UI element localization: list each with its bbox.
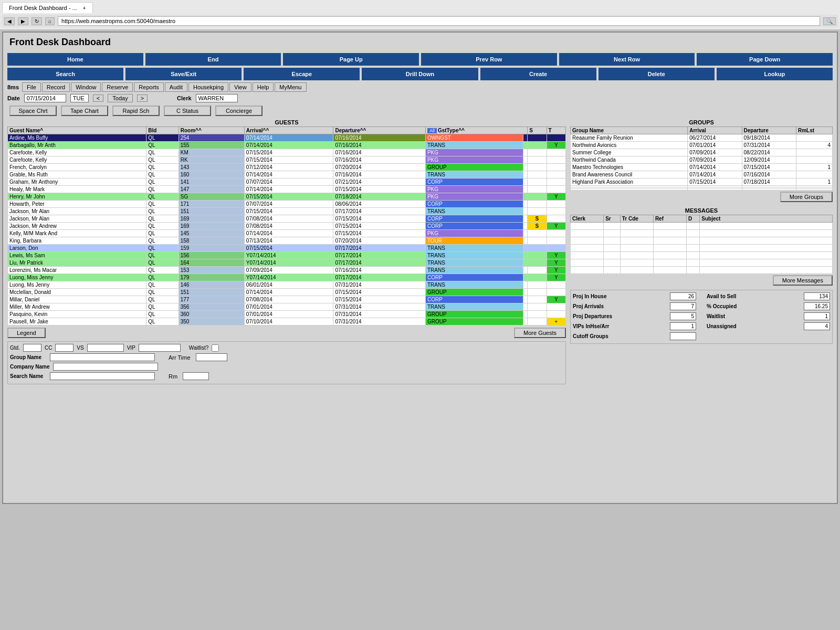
more-guests-button[interactable]: More Guests (514, 328, 566, 338)
table-row[interactable]: Jackson, Mr Alan QL 151 07/15/2014 07/17… (8, 208, 566, 215)
table-row[interactable]: Kelly, M/M Mark And QL 145 07/14/2014 07… (8, 230, 566, 237)
table-row[interactable]: Grable, Ms Ruth QL 160 07/14/2014 07/16/… (8, 171, 566, 178)
refresh-btn[interactable]: ↻ (32, 17, 42, 25)
table-row[interactable] (571, 259, 833, 267)
browser-tab[interactable]: Front Desk Dashboard - ... + (2, 2, 93, 13)
search-browser-btn[interactable]: 🔍 (823, 17, 836, 25)
table-row[interactable]: Graham, Mr Anthony QL 141 07/07/2014 07/… (8, 178, 566, 186)
company-name-input[interactable] (53, 363, 158, 371)
table-row[interactable]: King, Barbara QL 158 07/13/2014 07/20/20… (8, 237, 566, 245)
today-button[interactable]: Today (108, 94, 132, 102)
table-row[interactable]: Henry, Mr John QL SG 07/15/2014 07/18/20… (8, 193, 566, 201)
delete-button[interactable]: Delete (598, 68, 715, 80)
drill-down-button[interactable]: Drill Down (362, 68, 478, 80)
forward-btn[interactable]: ▶ (18, 17, 28, 25)
cc-input[interactable] (55, 344, 74, 352)
col-gsttype-header: All GstType^^ (425, 127, 527, 134)
all-button[interactable]: All (427, 128, 437, 133)
table-row[interactable]: Healy, Mr Mark QL 147 07/14/2014 07/15/2… (8, 186, 566, 193)
concierge-button[interactable]: Concierge (215, 106, 262, 116)
tape-chart-button[interactable]: Tape Chart (61, 106, 108, 116)
table-row[interactable]: Pasquino, Kevin QL 360 07/01/2014 07/31/… (8, 311, 566, 318)
table-row[interactable]: French, Carolyn QL 143 07/12/2014 07/20/… (8, 164, 566, 171)
table-row[interactable] (571, 189, 833, 191)
search-name-input[interactable] (50, 372, 155, 380)
prev-row-button[interactable]: Prev Row (421, 53, 557, 66)
menu-mymenu[interactable]: MyMenu (275, 82, 306, 92)
save-exit-button[interactable]: Save/Exit (125, 68, 242, 80)
table-row[interactable]: Lorenzini, Ms Macar QL 153 07/09/2014 07… (8, 267, 566, 274)
table-row[interactable]: Summer College 07/09/2014 08/22/2014 (571, 149, 833, 156)
table-row[interactable]: Northwind Avionics 07/01/2014 07/31/2014… (571, 142, 833, 149)
waitlist-checkbox[interactable] (212, 344, 219, 352)
table-row[interactable]: Luong, Miss Jenny QL 179 Y07/14/2014 07/… (8, 274, 566, 281)
cell-arrival: Y07/14/2014 (244, 259, 333, 267)
menu-reserve[interactable]: Reserve (102, 82, 133, 92)
group-name-input[interactable] (50, 353, 155, 361)
menu-housekping[interactable]: Housekping (188, 82, 228, 92)
legend-button[interactable]: Legend (7, 328, 46, 338)
escape-button[interactable]: Escape (244, 68, 360, 80)
table-row[interactable]: Lewis, Ms Sam QL 156 Y07/14/2014 07/17/2… (8, 252, 566, 259)
menu-help[interactable]: Help (253, 82, 274, 92)
back-btn[interactable]: ◀ (4, 17, 15, 25)
table-row[interactable]: Howarth, Peter QL 171 07/07/2014 08/06/2… (8, 201, 566, 208)
more-messages-button[interactable]: More Messages (773, 275, 833, 286)
next-row-button[interactable]: Next Row (559, 53, 695, 66)
table-row[interactable]: Jackson, Mr Andrew QL 169 07/08/2014 07/… (8, 223, 566, 230)
table-row[interactable] (571, 237, 833, 245)
home-browser-btn[interactable]: ⌂ (45, 17, 55, 25)
more-groups-button[interactable]: More Groups (780, 192, 833, 202)
table-row[interactable] (571, 252, 833, 259)
page-down-button[interactable]: Page Down (697, 53, 833, 66)
c-status-button[interactable]: C Status (164, 106, 211, 116)
tab-add-icon[interactable]: + (83, 5, 86, 11)
end-button[interactable]: End (145, 53, 281, 66)
menu-reports[interactable]: Reports (134, 82, 164, 92)
date-next-arrow[interactable]: > (137, 94, 148, 102)
vip-input[interactable] (139, 344, 181, 352)
table-row[interactable]: Pausell, Mr Jake QL 350 07/10/2014 07/31… (8, 318, 566, 326)
table-row[interactable]: Maestro Technologies 07/14/2014 07/15/20… (571, 164, 833, 171)
rapid-sch-button[interactable]: Rapid Sch (112, 106, 160, 116)
lookup-button[interactable]: Lookup (717, 68, 833, 80)
table-row[interactable]: Larson, Don QL 159 07/15/2014 07/17/2014… (8, 245, 566, 252)
table-row[interactable]: Luong, Ms Jenny QL 146 06/01/2014 07/31/… (8, 281, 566, 289)
table-row[interactable]: Barbagallo, Mr Anth QL 155 07/14/2014 07… (8, 142, 566, 149)
table-row[interactable]: Northwind Canada 07/09/2014 12/09/2014 (571, 156, 833, 164)
table-row[interactable] (571, 267, 833, 274)
table-row[interactable]: Liu, Mr Patrick QL 164 Y07/14/2014 07/17… (8, 259, 566, 267)
date-prev-arrow[interactable]: < (93, 94, 103, 102)
create-button[interactable]: Create (480, 68, 596, 80)
table-row[interactable] (571, 223, 833, 230)
table-row[interactable]: Millar, Daniel QL 177 07/08/2014 07/15/2… (8, 296, 566, 303)
cell-msg-subject (700, 252, 833, 259)
table-row[interactable]: Reaaume Family Reunion 06/27/2014 09/18/… (571, 134, 833, 142)
menu-file[interactable]: File (22, 82, 41, 92)
search-button[interactable]: Search (7, 68, 123, 80)
arr-time-input[interactable] (196, 353, 227, 361)
table-row[interactable]: Carefoote, Kelly QL KM 07/15/2014 07/16/… (8, 149, 566, 156)
table-row[interactable] (571, 230, 833, 237)
vs-input[interactable] (87, 344, 124, 352)
table-row[interactable]: Brand Awareness Council 07/14/2014 07/16… (571, 171, 833, 178)
home-button[interactable]: Home (7, 53, 143, 66)
date-input[interactable] (24, 94, 66, 102)
menu-view[interactable]: View (229, 82, 251, 92)
menu-record[interactable]: Record (42, 82, 70, 92)
menu-audit[interactable]: Audit (165, 82, 187, 92)
table-row[interactable]: Miller, Mr Andrew QL 356 07/01/2014 07/3… (8, 303, 566, 311)
table-row[interactable]: Jackson, Mr Alan QL 169 07/08/2014 07/15… (8, 215, 566, 223)
space-chrt-button[interactable]: Space Chrt (9, 106, 57, 116)
page-up-button[interactable]: Page Up (283, 53, 419, 66)
table-row[interactable]: Mcclellan, Donald QL 151 07/14/2014 07/1… (8, 289, 566, 296)
clerk-input[interactable] (196, 94, 238, 102)
gtd-input[interactable] (23, 344, 41, 352)
table-row[interactable] (571, 245, 833, 252)
menu-window[interactable]: Window (71, 82, 101, 92)
table-row[interactable]: Carefoote, Kelly QL RK 07/15/2014 07/16/… (8, 156, 566, 164)
table-row[interactable]: Ardine, Ms Buffy QL 254 07/14/2014 07/16… (8, 134, 566, 142)
url-input[interactable] (58, 16, 820, 26)
table-row[interactable]: Highland Park Association 07/15/2014 07/… (571, 178, 833, 186)
rm-input[interactable] (183, 372, 209, 380)
